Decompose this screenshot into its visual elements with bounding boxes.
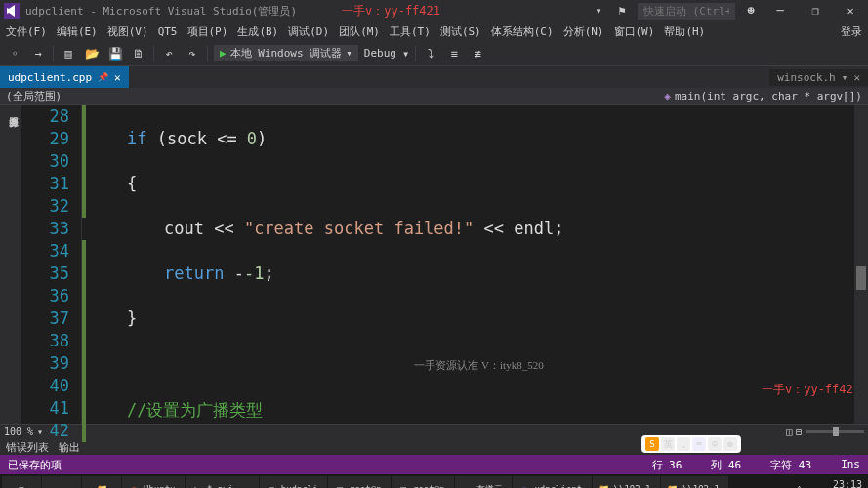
close-tab-icon[interactable]: ✕	[114, 71, 121, 84]
menu-help[interactable]: 帮助(H)	[664, 24, 705, 39]
quick-launch-input[interactable]	[638, 3, 735, 20]
new-file-button[interactable]: ▤	[60, 45, 77, 62]
ime-punct-icon[interactable]: ，	[677, 437, 690, 451]
restore-button[interactable]: ❐	[802, 1, 829, 20]
scrollbar-thumb[interactable]	[856, 266, 866, 290]
menu-team[interactable]: 团队(M)	[339, 24, 380, 39]
line-no: 28	[21, 105, 69, 128]
watermark-overlay-2: 一手v：yy-ff421	[762, 379, 860, 401]
start-debug-button[interactable]: ▶本地 Windows 调试器▾	[214, 45, 358, 61]
task-root1[interactable]: ▣root@p…	[328, 476, 391, 488]
toolbar: ◦ → ▤ 📂 💾 🗎 ↶ ↷ ▶本地 Windows 调试器▾ Debug ▾…	[0, 41, 868, 66]
taskbar-clock[interactable]: 23:13 2017/2/15	[806, 479, 866, 488]
tab-bar: udpclient.cpp 📌 ✕ winsock.h ▾ ✕	[0, 66, 868, 88]
ime-settings-icon[interactable]: ⚙	[723, 437, 737, 451]
menu-window[interactable]: 窗口(W)	[614, 24, 655, 39]
menu-bar: 文件(F) 编辑(E) 视图(V) QT5 项目(P) 生成(B) 调试(D) …	[0, 21, 868, 41]
line-no: 42	[21, 420, 69, 442]
line-no: 38	[21, 330, 69, 352]
flag-icon[interactable]: ⚑	[614, 3, 630, 19]
step-icon[interactable]: ⤵	[422, 45, 439, 62]
system-tray[interactable]: ˄ 23:13 2017/2/15	[797, 479, 866, 488]
close-button[interactable]: ✕	[837, 1, 864, 20]
task-youdao[interactable]: ☁有道云…	[455, 476, 512, 488]
start-debug-label: 本地 Windows 调试器	[230, 46, 343, 61]
save-all-button[interactable]: 🗎	[130, 45, 147, 62]
explorer-button[interactable]: 📁	[82, 476, 121, 488]
line-no: 36	[21, 285, 69, 307]
menu-tools[interactable]: 工具(T)	[390, 24, 431, 39]
title-bar: udpclient - Microsoft Visual Studio(管理员)…	[0, 0, 868, 21]
nav-fwd-button[interactable]: →	[29, 45, 47, 62]
code-editor[interactable]: 服务器资源工具箱 28 29 30 31 32 33 34 35 36 37 3…	[0, 105, 868, 424]
close-tab-icon[interactable]: ✕	[853, 71, 860, 84]
status-bar: 已保存的项 行 36 列 46 字符 43 Ins	[0, 455, 868, 474]
side-tool-tabs[interactable]: 服务器资源工具箱	[0, 105, 21, 424]
taskview-button[interactable]: ▭	[42, 476, 81, 488]
dropdown-icon[interactable]: ▾	[842, 71, 848, 84]
tab-udpclient[interactable]: udpclient.cpp 📌 ✕	[0, 66, 129, 88]
redo-button[interactable]: ↷	[184, 45, 201, 62]
minimize-button[interactable]: ─	[766, 1, 794, 20]
tray-up-icon[interactable]: ˄	[797, 485, 802, 489]
ime-keyboard-icon[interactable]: ⌨	[692, 437, 706, 451]
ime-lang[interactable]: 英	[661, 437, 675, 451]
undo-button[interactable]: ↶	[160, 45, 178, 62]
menu-qt[interactable]: QT5	[158, 25, 178, 38]
clock-time: 23:13	[809, 479, 862, 488]
vs-logo-icon	[4, 3, 20, 19]
function-icon: ◈	[664, 90, 671, 102]
menu-view[interactable]: 视图(V)	[107, 24, 148, 39]
separator	[207, 46, 208, 61]
menu-edit[interactable]: 编辑(E)	[57, 24, 98, 39]
save-button[interactable]: 💾	[106, 45, 124, 62]
taskbar: ⊞ ▭ 📁 ◉Ubuntu… ▶*.avi - … ▣budpcli… ▣roo…	[0, 474, 868, 488]
menu-test[interactable]: 测试(S)	[440, 24, 481, 39]
separator	[53, 46, 54, 61]
separator	[153, 46, 154, 61]
ime-toolbar[interactable]: S 英 ， ⌨ ☺ ⚙	[641, 435, 741, 453]
pin-icon[interactable]: 📌	[98, 72, 108, 82]
task-avi[interactable]: ▶*.avi - …	[186, 476, 259, 488]
menu-debug[interactable]: 调试(D)	[288, 24, 329, 39]
tab-winsock[interactable]: winsock.h ▾ ✕	[769, 69, 868, 86]
task-udpclient[interactable]: ∞udpclient…	[513, 476, 591, 488]
sogou-icon: S	[645, 437, 659, 451]
watermark-overlay: 一手v：yy-ff421	[342, 3, 440, 20]
line-no: 31	[21, 173, 69, 195]
function-label: main(int argc, char * argv[])	[675, 90, 862, 102]
feedback-icon[interactable]: ☻	[743, 3, 759, 19]
task-budpclient[interactable]: ▣budpcli…	[260, 476, 327, 488]
menu-analyze[interactable]: 分析(N)	[563, 24, 604, 39]
notify-icon[interactable]: ▾	[591, 3, 606, 19]
uncomment-icon[interactable]: ≢	[469, 45, 486, 62]
comment-icon[interactable]: ≡	[445, 45, 463, 62]
config-dropdown[interactable]: Debug	[364, 47, 396, 60]
scope-dropdown[interactable]: (全局范围)	[6, 89, 62, 103]
sign-in-button[interactable]: 登录	[841, 24, 862, 39]
nav-back-button[interactable]: ◦	[6, 45, 23, 62]
line-no: 37	[21, 307, 69, 330]
function-dropdown[interactable]: ◈main(int argc, char * argv[])	[664, 90, 862, 102]
task-ip2[interactable]: 📁\\192.1…	[661, 476, 728, 488]
task-ubuntu[interactable]: ◉Ubuntu…	[122, 476, 185, 488]
line-no: 30	[21, 150, 69, 173]
menu-project[interactable]: 项目(P)	[187, 24, 228, 39]
status-col: 列 46	[711, 458, 741, 472]
split-h-icon[interactable]: ◫	[786, 427, 792, 437]
ime-user-icon[interactable]: ☺	[708, 437, 722, 451]
task-ip1[interactable]: 📁\\192.1…	[593, 476, 660, 488]
zoom-slider[interactable]	[806, 430, 864, 433]
menu-file[interactable]: 文件(F)	[6, 24, 47, 39]
menu-build[interactable]: 生成(B)	[237, 24, 278, 39]
split-v-icon[interactable]: ⊟	[796, 427, 802, 437]
code-area[interactable]: if (sock <= 0) { cout << "create socket …	[86, 105, 868, 424]
vertical-scrollbar[interactable]	[854, 105, 868, 424]
start-button[interactable]: ⊞	[2, 476, 41, 488]
open-button[interactable]: 📂	[83, 45, 101, 62]
status-char: 字符 43	[770, 458, 811, 472]
menu-arch[interactable]: 体系结构(C)	[491, 24, 554, 39]
tab-label: udpclient.cpp	[8, 71, 92, 84]
task-root2[interactable]: ▣root@p…	[392, 476, 454, 488]
tab-label: winsock.h	[777, 71, 836, 84]
